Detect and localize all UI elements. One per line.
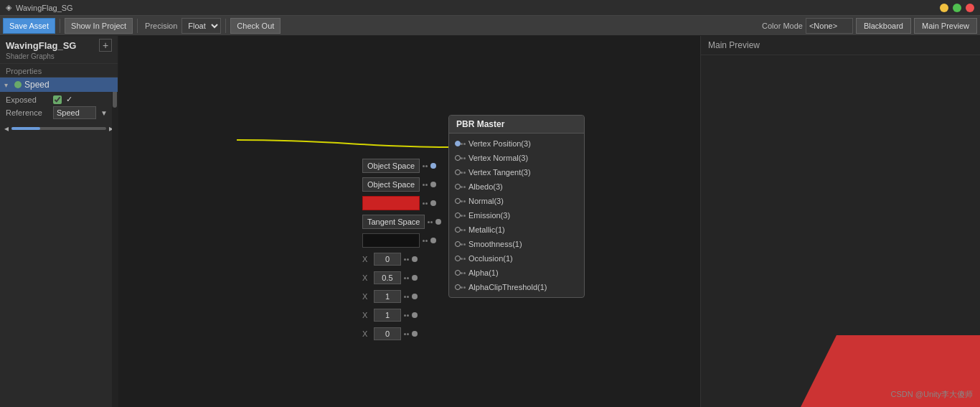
port-label-0: Vertex Position(3) — [468, 139, 578, 148]
port-connect-dots-8 — [461, 258, 466, 260]
input-row-2 — [362, 195, 441, 211]
slider-track[interactable] — [11, 127, 106, 130]
pdot — [463, 157, 466, 159]
ipdot — [430, 221, 433, 223]
ipdot — [423, 184, 425, 186]
input-number-9[interactable]: 0 — [374, 327, 401, 340]
input-number-8[interactable]: 1 — [374, 309, 401, 322]
input-row-4 — [362, 233, 441, 248]
minimize-btn[interactable] — [940, 4, 948, 12]
precision-select-group: Float — [182, 18, 221, 34]
color-mode-select[interactable]: <None> — [806, 18, 853, 34]
ipdot — [428, 221, 430, 223]
canvas-area[interactable]: Object Space Object Space — [118, 36, 700, 407]
port-dot-occlusion — [455, 256, 461, 261]
input-row-7: X 1 — [362, 289, 441, 304]
show-in-project-button[interactable]: Show In Project — [65, 18, 133, 34]
port-row-6: Metallic(1) — [449, 223, 584, 237]
pdot — [463, 215, 466, 217]
reference-input[interactable] — [53, 106, 96, 119]
maximize-btn[interactable] — [953, 4, 961, 12]
port-connect-dots-1 — [461, 157, 466, 159]
ipdot — [425, 165, 428, 167]
input-row-3: Tangent Space — [362, 214, 441, 230]
input-port-dot-0 — [430, 163, 436, 169]
save-asset-button[interactable]: Save Asset — [3, 18, 55, 34]
port-dot-vertex-normal — [455, 155, 461, 161]
pdot — [463, 272, 466, 274]
x-label-6: X — [362, 273, 371, 282]
input-object-space-1[interactable]: Object Space — [362, 159, 420, 173]
input-number-5[interactable]: 0 — [374, 253, 401, 266]
x-label-7: X — [362, 292, 371, 301]
pdot — [461, 215, 463, 217]
port-label-10: AlphaClipThreshold(1) — [468, 283, 578, 291]
title-bar-icon: ◈ — [6, 3, 11, 12]
input-row-6: X 0.5 — [362, 270, 441, 286]
ipdot — [407, 296, 409, 298]
property-row-speed: ▾ Speed — [4, 80, 113, 90]
input-number-7[interactable]: 1 — [374, 290, 401, 303]
input-color-black[interactable] — [362, 233, 420, 248]
port-dot-smoothness — [455, 241, 461, 247]
pdot — [463, 200, 466, 202]
port-dot-vertex-position — [455, 141, 461, 146]
property-item-speed[interactable]: ▾ Speed — [0, 78, 118, 92]
port-row-8: Occlusion(1) — [449, 251, 584, 266]
ipdot — [404, 296, 406, 298]
input-port-dot-8 — [412, 312, 418, 318]
title-bar: ◈ WavingFlag_SG — [0, 0, 980, 16]
add-property-button[interactable]: + — [99, 39, 112, 52]
input-color-red[interactable] — [362, 196, 420, 210]
main-preview-button[interactable]: Main Preview — [914, 18, 977, 34]
exposed-checkbox[interactable] — [53, 95, 62, 104]
pdot — [463, 258, 466, 260]
exposed-label: Exposed — [6, 95, 49, 104]
toolbar-right: Color Mode <None> Blackboard Main Previe… — [762, 18, 977, 34]
property-chevron-speed: ▾ — [4, 81, 11, 89]
preview-content: CSDN @Unity李大傻师 — [701, 55, 980, 407]
slider-fill — [11, 127, 40, 130]
input-port-dot-1 — [430, 182, 436, 187]
pdot — [461, 143, 463, 145]
reference-label: Reference — [6, 108, 49, 117]
color-mode-label: Color Mode — [762, 22, 803, 30]
check-out-button[interactable]: Check Out — [230, 18, 281, 34]
port-dot-metallic — [455, 227, 461, 233]
pdot — [461, 172, 463, 174]
port-label-1: Vertex Normal(3) — [468, 154, 578, 162]
connect-dots-8 — [404, 314, 409, 317]
reference-row: Reference ▼ — [6, 106, 112, 119]
scrollbar-track[interactable] — [112, 78, 118, 407]
close-btn[interactable] — [966, 4, 974, 12]
precision-select[interactable]: Float — [182, 18, 221, 34]
slider-left-arrow[interactable]: ◂ — [4, 123, 9, 134]
input-number-6[interactable]: 0.5 — [374, 271, 401, 284]
preview-panel: Main Preview CSDN @Unity李大傻师 — [700, 36, 980, 407]
port-row-3: Albedo(3) — [449, 179, 584, 194]
pdot — [463, 229, 466, 231]
port-label-3: Albedo(3) — [468, 182, 578, 191]
x-label-9: X — [362, 329, 371, 338]
input-tangent-space[interactable]: Tangent Space — [362, 215, 425, 229]
input-port-dot-7 — [412, 294, 418, 299]
port-dot-vertex-tangent — [455, 169, 461, 175]
property-dot-speed — [14, 81, 22, 88]
ipdot — [404, 258, 406, 261]
port-label-6: Metallic(1) — [468, 225, 578, 234]
separator-1 — [60, 19, 60, 33]
input-object-space-2[interactable]: Object Space — [362, 177, 420, 192]
pdot — [461, 200, 463, 202]
property-detail-speed: Exposed ✓ Reference ▼ — [0, 92, 118, 122]
input-port-dot-5 — [412, 256, 418, 262]
pbr-master-node[interactable]: PBR Master Vertex Position(3) — [448, 115, 585, 298]
port-row-1: Vertex Normal(3) — [449, 151, 584, 165]
port-label-8: Occlusion(1) — [468, 254, 578, 263]
port-connect-dots-5 — [461, 215, 466, 217]
port-row-4: Normal(3) — [449, 194, 584, 208]
pdot — [463, 286, 466, 289]
port-connect-dots-3 — [461, 186, 466, 188]
port-dot-alphaclip — [455, 284, 461, 290]
blackboard-button[interactable]: Blackboard — [856, 18, 911, 34]
connect-dots-6 — [404, 277, 409, 279]
